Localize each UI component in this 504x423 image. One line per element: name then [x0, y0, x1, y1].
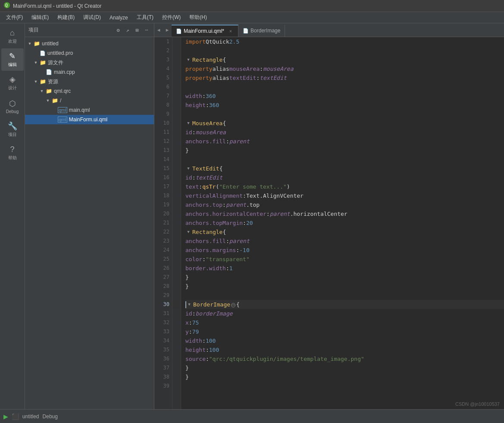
menu-item-文件(F)[interactable]: 文件(F)	[2, 12, 27, 23]
tree-arrow: ▼	[45, 98, 51, 103]
code-line-9	[185, 110, 504, 119]
sidebar-btn-design[interactable]: ◈设计	[1, 72, 24, 94]
fold-arrow[interactable]: ▼	[185, 227, 191, 237]
tree-item-___[interactable]: ▼📁源文件	[25, 58, 154, 67]
menu-item-调试(D)[interactable]: 调试(D)	[79, 12, 105, 23]
line-num-6: 6	[154, 82, 172, 92]
token: QtQuick	[206, 37, 229, 46]
fold-32	[172, 318, 181, 327]
editor-tab-BorderImage[interactable]: 📄BorderImage	[238, 25, 285, 37]
line-num-2: 2	[154, 46, 172, 55]
sidebar-btn-help[interactable]: ?帮助	[1, 142, 24, 164]
token: }	[185, 146, 189, 155]
run-button[interactable]: ▶	[3, 412, 8, 421]
line-num-21: 21	[154, 218, 172, 227]
tree-file-icon: 📁	[40, 60, 46, 66]
sidebar-btn-debug[interactable]: ⬡Debug	[1, 95, 24, 117]
tab-nav-back[interactable]: ◀	[154, 23, 163, 37]
tab-close-btn[interactable]: ×	[228, 28, 234, 34]
line-num-15: 15	[154, 164, 172, 173]
token: mouseArea	[229, 64, 260, 73]
fold-25	[172, 255, 181, 264]
code-line-4: property alias mouseArea: mouseArea	[185, 64, 504, 73]
tree-item-label: 源文件	[48, 59, 63, 66]
tab-nav-forward[interactable]: ▶	[163, 23, 172, 37]
titlebar: Q MainForm.ui.qml - untitled - Qt Creato…	[0, 0, 504, 12]
code-line-38: }	[185, 372, 504, 382]
svg-text:Q: Q	[5, 3, 8, 8]
tree-item-qml_qrc[interactable]: ▼📁qml.qrc	[25, 86, 154, 96]
token: width	[185, 336, 202, 345]
token: anchors.fill	[185, 137, 226, 146]
tree-item-label: /	[60, 98, 61, 104]
sidebar-btn-project[interactable]: 🔧项目	[1, 118, 24, 141]
collapse-icon[interactable]: ╌	[143, 26, 150, 34]
fold-arrow[interactable]: ▼	[185, 119, 191, 128]
token: border.width	[185, 264, 226, 273]
sidebar-btn-edit[interactable]: ✎编辑	[1, 48, 24, 71]
help-icon: ?	[10, 145, 14, 154]
fold-21	[172, 218, 181, 227]
code-line-8: height: 360	[185, 101, 504, 110]
token: :	[202, 92, 206, 101]
tree-item-untitled_pro[interactable]: 📄untitled.pro	[25, 48, 154, 58]
token: :	[222, 200, 226, 209]
fold-26	[172, 264, 181, 273]
code-line-10: ▼MouseArea {	[185, 119, 504, 128]
line-num-26: 26	[154, 264, 172, 273]
tab-icon: 📄	[176, 28, 182, 34]
code-line-6	[185, 82, 504, 92]
tree-item-main_qml[interactable]: qmlmain.qml	[25, 105, 154, 115]
token: .horizontalCenter	[290, 209, 347, 218]
token: )	[287, 182, 290, 191]
fold-24	[172, 246, 181, 255]
expand-icon[interactable]: ⊞	[133, 26, 141, 34]
token: 79	[192, 327, 199, 336]
line-num-25: 25	[154, 255, 172, 264]
tree-file-icon: qml	[58, 117, 67, 123]
sync-icon[interactable]: ↗	[124, 26, 131, 34]
menu-item-构建(B)[interactable]: 构建(B)	[53, 12, 79, 23]
sidebar-btn-welcome[interactable]: ⌂欢迎	[1, 25, 24, 47]
tree-item-untitled[interactable]: ▼📁untitled	[25, 39, 154, 48]
token: qsTr	[202, 182, 216, 191]
token: {	[222, 55, 226, 64]
tree-item-label: main.qml	[69, 107, 90, 113]
design-icon: ◈	[9, 75, 16, 84]
line-num-19: 19	[154, 200, 172, 209]
line-num-11: 11	[154, 128, 172, 137]
filter-icon[interactable]: ⚙	[114, 26, 122, 34]
tree-item-_[interactable]: ▼📁/	[25, 96, 154, 105]
fold-17	[172, 182, 181, 191]
menu-item-帮助(H)[interactable]: 帮助(H)	[185, 12, 211, 23]
token: "transparent"	[206, 255, 250, 264]
menu-item-编辑(E)[interactable]: 编辑(E)	[27, 12, 53, 23]
menu-item-Analyze[interactable]: Analyze	[105, 12, 132, 23]
tree-item-__[interactable]: ▼📁资源	[25, 77, 154, 86]
tree-arrow: ▼	[33, 79, 39, 84]
code-content[interactable]: import QtQuick 2.5▼Rectangle { property …	[181, 37, 504, 409]
editor-tab-MainForm_ui_qml_[interactable]: 📄MainForm.ui.qml*×	[172, 25, 238, 37]
code-line-12: anchors.fill: parent	[185, 137, 504, 146]
fold-arrow[interactable]: ▼	[186, 300, 192, 309]
fold-1	[172, 37, 181, 46]
sidebar: ⌂欢迎✎编辑◈设计⬡Debug🔧项目?帮助	[0, 23, 25, 409]
special-indicator	[231, 303, 235, 307]
tree-arrow: ▼	[27, 41, 33, 46]
code-editor[interactable]: 1234567891011121314151617181920212223242…	[154, 37, 504, 409]
fold-arrow[interactable]: ▼	[185, 55, 191, 64]
tree-item-MainForm_ui_qml[interactable]: qmlMainForm.ui.qml	[25, 115, 154, 124]
line-num-1: 1	[154, 37, 172, 46]
token: {	[222, 119, 226, 128]
menu-item-工具(T)[interactable]: 工具(T)	[132, 12, 158, 23]
code-line-21: anchors.topMargin: 20	[185, 218, 504, 227]
fold-arrow[interactable]: ▼	[185, 164, 191, 173]
tree-item-main_cpp[interactable]: 📄main.cpp	[25, 67, 154, 77]
token: {	[236, 300, 240, 309]
token: width	[185, 92, 202, 101]
menu-item-控件(W)[interactable]: 控件(W)	[158, 12, 185, 23]
code-line-3: ▼Rectangle {	[185, 55, 504, 64]
stop-button[interactable]: ⬛	[12, 413, 19, 420]
fold-6	[172, 82, 181, 92]
token: 360	[206, 92, 216, 101]
